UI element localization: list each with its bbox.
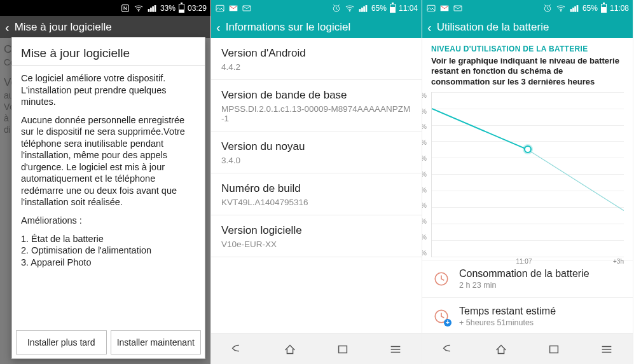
info-value: 3.4.0 — [221, 156, 411, 165]
install-now-button[interactable]: Installer maintenant — [111, 330, 202, 354]
clock: 11:08 — [610, 4, 629, 13]
improvement-item: 2. Optimisation de l'alimentation — [21, 245, 196, 257]
svg-rect-2 — [148, 9, 149, 11]
nav-back[interactable] — [211, 334, 264, 364]
improvement-item: 3. Appareil Photo — [21, 257, 196, 269]
chart-y-labels: 100%90%80%70%60%50%40%30%20%10%0% — [431, 92, 451, 257]
svg-rect-15 — [338, 346, 347, 353]
gmail-icon — [228, 3, 238, 13]
info-label: Version de bande de base — [221, 89, 411, 102]
info-item-swversion[interactable]: Version logicielle V10e-EUR-XX — [211, 215, 422, 257]
nav-back[interactable] — [422, 334, 475, 364]
svg-rect-22 — [572, 8, 574, 11]
info-value: 4.4.2 — [221, 62, 411, 72]
battery-icon — [601, 4, 607, 13]
svg-rect-14 — [366, 5, 367, 11]
svg-rect-4 — [153, 6, 154, 11]
titlebar[interactable]: ‹ Mise à jour logicielle — [0, 16, 210, 38]
android-navbar — [211, 334, 422, 364]
clock-plus-icon: + — [432, 307, 450, 325]
update-dialog: Mise à jour logicielle Ce logiciel améli… — [11, 37, 205, 359]
svg-point-20 — [560, 10, 562, 11]
nav-recent[interactable] — [528, 334, 581, 364]
svg-rect-11 — [359, 9, 361, 11]
clock: 03:29 — [188, 4, 207, 13]
battery-icon — [179, 4, 184, 13]
mail-icon — [242, 3, 252, 13]
wifi-icon — [134, 3, 144, 13]
xtick: 11:07 — [516, 258, 532, 265]
xtick: +3h — [613, 258, 624, 265]
picture-icon — [215, 3, 225, 13]
improvement-item: 1. État de la batterie — [21, 233, 196, 245]
chart-line — [432, 92, 624, 257]
nav-home[interactable] — [264, 334, 317, 364]
screen-title: Utilisation de la batterie — [437, 21, 549, 34]
signal-icon — [147, 3, 157, 13]
chart-marker — [524, 145, 532, 153]
info-item-build[interactable]: Numéro de build KVT49L.A1404795316 — [211, 173, 422, 215]
nav-recent[interactable] — [317, 334, 369, 364]
alarm-icon — [542, 3, 553, 13]
info-item-android-version[interactable]: Version d'Android 4.4.2 — [211, 38, 422, 80]
dialog-title: Mise à jour logicielle — [12, 37, 205, 66]
svg-point-1 — [138, 10, 139, 11]
svg-rect-3 — [150, 8, 151, 11]
svg-rect-6 — [216, 5, 224, 11]
battery-pct: 33% — [160, 4, 176, 13]
svg-rect-18 — [454, 6, 462, 11]
screen-title: Informations sur le logiciel — [226, 21, 351, 34]
svg-rect-21 — [570, 9, 572, 11]
info-value: KVT49L.A1404795316 — [221, 198, 411, 207]
screen-update-dialog: 33% 03:29 ‹ Mise à jour logicielle C Co … — [0, 0, 211, 364]
svg-rect-27 — [549, 346, 558, 353]
back-icon[interactable]: ‹ — [216, 21, 221, 34]
svg-rect-12 — [361, 8, 362, 11]
screen-battery-usage: 65% 11:08 ‹ Utilisation de la batterie N… — [422, 0, 633, 364]
row-estimated-remaining[interactable]: + Temps restant estimé + 5heures 51minut… — [422, 298, 633, 334]
row-title: Consommation de la batterie — [459, 268, 589, 280]
gmail-icon — [439, 3, 450, 13]
info-label: Numéro de build — [221, 182, 411, 195]
wifi-icon — [556, 3, 566, 13]
battery-pct: 65% — [371, 4, 387, 13]
info-value: V10e-EUR-XX — [221, 239, 411, 249]
back-icon[interactable]: ‹ — [5, 21, 10, 34]
info-label: Version du noyau — [221, 140, 411, 153]
android-navbar — [422, 334, 633, 364]
titlebar[interactable]: ‹ Informations sur le logiciel — [211, 16, 422, 38]
signal-icon — [569, 3, 579, 13]
section-header: NIVEAU D'UTILISATION DE LA BATTERIE — [422, 38, 633, 56]
dialog-body: Ce logiciel améliore votre dispositif. L… — [12, 66, 205, 327]
back-icon[interactable]: ‹ — [427, 21, 432, 34]
svg-rect-8 — [243, 6, 251, 11]
signal-icon — [358, 3, 368, 13]
battery-pct: 65% — [582, 4, 598, 13]
battery-icon — [390, 4, 396, 13]
svg-rect-23 — [575, 6, 576, 11]
nfc-icon — [120, 3, 130, 13]
chart-x-labels: 11:07 +3h — [432, 258, 624, 267]
dialog-para1: Ce logiciel améliore votre dispositif. L… — [21, 72, 196, 108]
info-value: MPSS.DI.2.0.1.c1.13-00009-M8974AAAAANPZM… — [221, 104, 411, 123]
nav-home[interactable] — [475, 334, 528, 364]
nav-menu[interactable] — [369, 334, 422, 364]
section-description: Voir le graphique indiquant le niveau de… — [422, 56, 633, 92]
titlebar[interactable]: ‹ Utilisation de la batterie — [422, 16, 633, 38]
screen-software-info: 65% 11:04 ‹ Informations sur le logiciel… — [211, 0, 422, 364]
picture-icon — [426, 3, 436, 13]
clock: 11:04 — [399, 4, 418, 13]
nav-menu[interactable] — [580, 334, 633, 364]
row-sub: + 5heures 51minutes — [459, 318, 556, 327]
svg-rect-24 — [577, 5, 578, 11]
battery-detail-rows: Consommation de la batterie 2 h 23 min +… — [422, 260, 633, 334]
install-later-button[interactable]: Installer plus tard — [16, 330, 107, 354]
battery-chart[interactable]: 100%90%80%70%60%50%40%30%20%10%0% 11:07 … — [422, 92, 633, 260]
screen-title: Mise à jour logicielle — [15, 21, 112, 34]
clock-icon — [432, 270, 450, 288]
info-item-kernel[interactable]: Version du noyau 3.4.0 — [211, 131, 422, 173]
battery-content: NIVEAU D'UTILISATION DE LA BATTERIE Voir… — [422, 38, 633, 334]
dialog-para2: Aucune donnée personnelle enregistrée su… — [21, 114, 196, 208]
info-item-baseband[interactable]: Version de bande de base MPSS.DI.2.0.1.c… — [211, 80, 422, 131]
mail-icon — [453, 3, 463, 13]
